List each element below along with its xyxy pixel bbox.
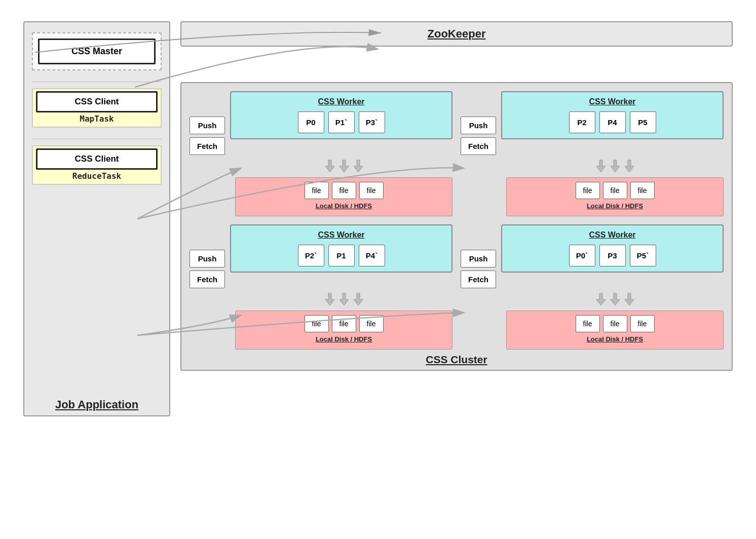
divider-2 xyxy=(32,139,162,139)
worker-section-2: Push Fetch CSS Worker P2` P1 P4` xyxy=(190,224,452,350)
client-reducetask-label: CSS Client xyxy=(75,154,119,164)
file-cell-2-2: file xyxy=(359,315,384,332)
worker-box-0: CSS Worker P0 P1` P3` xyxy=(230,91,452,139)
file-box-row-0: file file file Local Disk / HDFS xyxy=(190,177,452,216)
css-cluster-title: CSS Cluster xyxy=(426,354,487,366)
partition-0-1: P1` xyxy=(328,111,355,133)
file-cells-3: file file file xyxy=(510,315,720,332)
css-master-box: CSS Master xyxy=(38,38,156,64)
push-btn-1: Push xyxy=(461,117,496,134)
partition-3-0: P0` xyxy=(569,245,595,266)
partition-1-0: P2 xyxy=(569,111,595,133)
file-pink-box-0: file file file Local Disk / HDFS xyxy=(235,177,452,216)
file-pink-box-1: file file file Local Disk / HDFS xyxy=(506,177,724,216)
push-fetch-col-1: Push Fetch xyxy=(461,117,496,155)
client-maptask-outer: CSS Client MapTask xyxy=(32,88,162,128)
client-reducetask-outer: CSS Client ReduceTask xyxy=(32,145,162,185)
partition-row-2: P2` P1 P4` xyxy=(236,245,446,266)
push-btn-3: Push xyxy=(461,250,496,267)
client-maptask-label: CSS Client xyxy=(75,97,119,106)
file-cell-2-1: file xyxy=(332,315,356,332)
worker-box-3: CSS Worker P0` P3 P5` xyxy=(501,224,724,273)
fetch-label-1: Fetch xyxy=(468,142,488,150)
master-box-outer: CSS Master xyxy=(32,32,162,70)
client-maptask-inner: CSS Client xyxy=(36,91,158,112)
client-reducetask-inner: CSS Client xyxy=(36,148,158,170)
file-cell-3-0: file xyxy=(576,315,600,332)
job-application-title: Job Application xyxy=(55,398,138,411)
svg-marker-5 xyxy=(596,160,606,172)
svg-marker-3 xyxy=(339,160,349,172)
partition-row-1: P2 P4 P5 xyxy=(507,111,717,133)
left-panel: CSS Master CSS Client MapTask CSS Client… xyxy=(23,21,170,416)
worker-title-3: CSS Worker xyxy=(507,230,717,240)
partition-0-0: P0 xyxy=(298,111,324,133)
file-box-row-2: file file file Local Disk / HDFS xyxy=(190,311,452,350)
file-box-row-1: file file file Local Disk / HDFS xyxy=(461,177,724,216)
file-pink-box-3: file file file Local Disk / HDFS xyxy=(506,311,724,350)
arrows-row xyxy=(180,47,733,82)
worker-row-2: Push Fetch CSS Worker P2` P1 P4` xyxy=(190,224,452,288)
svg-marker-6 xyxy=(611,160,620,172)
right-panel: ZooKeeper xyxy=(180,21,733,371)
partition-2-1: P1 xyxy=(328,245,355,266)
file-cell-0-1: file xyxy=(332,182,356,199)
arrows-down-1 xyxy=(461,159,724,173)
worker-section-3: Push Fetch CSS Worker P0` P3 P5` xyxy=(461,224,724,350)
svg-marker-4 xyxy=(354,160,363,172)
workers-grid: Push Fetch CSS Worker P0 P1` P3` xyxy=(190,91,724,350)
worker-box-2: CSS Worker P2` P1 P4` xyxy=(230,224,452,273)
fetch-label-2: Fetch xyxy=(197,275,217,284)
file-cells-1: file file file xyxy=(510,182,720,199)
partition-row-0: P0 P1` P3` xyxy=(236,111,446,133)
partition-1-2: P5 xyxy=(630,111,656,133)
worker-title-1: CSS Worker xyxy=(507,97,717,106)
worker-section-0: Push Fetch CSS Worker P0 P1` P3` xyxy=(190,91,452,216)
zookeeper-title: ZooKeeper xyxy=(428,27,486,40)
worker-title-0: CSS Worker xyxy=(236,97,446,106)
svg-marker-10 xyxy=(354,293,363,305)
partition-3-1: P3 xyxy=(599,245,626,266)
file-cell-3-2: file xyxy=(630,315,655,332)
push-label-3: Push xyxy=(469,254,488,263)
partition-2-2: P4` xyxy=(359,245,385,266)
file-cell-1-0: file xyxy=(576,182,600,199)
worker-section-1: Push Fetch CSS Worker P2 P4 P5 xyxy=(461,91,724,216)
disk-label-2: Local Disk / HDFS xyxy=(239,335,449,343)
svg-marker-7 xyxy=(625,160,634,172)
zookeeper-bar: ZooKeeper xyxy=(180,21,733,47)
maptask-label: MapTask xyxy=(36,114,158,124)
svg-marker-11 xyxy=(596,293,606,305)
fetch-label-3: Fetch xyxy=(468,275,488,284)
css-cluster: Push Fetch CSS Worker P0 P1` P3` xyxy=(180,82,733,371)
worker-row-0: Push Fetch CSS Worker P0 P1` P3` xyxy=(190,91,452,155)
partition-row-3: P0` P3 P5` xyxy=(507,245,717,266)
file-cells-2: file file file xyxy=(239,315,449,332)
reducetask-label: ReduceTask xyxy=(36,171,158,181)
divider-1 xyxy=(32,82,162,82)
push-label-2: Push xyxy=(198,254,217,263)
file-cells-0: file file file xyxy=(239,182,449,199)
partition-2-0: P2` xyxy=(298,245,324,266)
partition-0-2: P3` xyxy=(359,111,385,133)
arrows-down-3 xyxy=(461,292,724,306)
file-pink-box-2: file file file Local Disk / HDFS xyxy=(235,311,452,350)
push-fetch-col-2: Push Fetch xyxy=(190,250,225,288)
svg-marker-8 xyxy=(325,293,334,305)
worker-row-3: Push Fetch CSS Worker P0` P3 P5` xyxy=(461,224,724,288)
svg-marker-12 xyxy=(611,293,620,305)
file-cell-1-2: file xyxy=(630,182,655,199)
push-btn-2: Push xyxy=(190,250,225,267)
fetch-label-0: Fetch xyxy=(197,142,217,150)
disk-label-1: Local Disk / HDFS xyxy=(510,202,720,210)
arrows-down-2 xyxy=(190,292,452,306)
file-cell-2-0: file xyxy=(305,315,329,332)
worker-title-2: CSS Worker xyxy=(236,230,446,240)
file-box-row-3: file file file Local Disk / HDFS xyxy=(461,311,724,350)
file-cell-0-2: file xyxy=(359,182,384,199)
disk-label-0: Local Disk / HDFS xyxy=(239,202,449,210)
worker-box-1: CSS Worker P2 P4 P5 xyxy=(501,91,724,139)
push-fetch-col-3: Push Fetch xyxy=(461,250,496,288)
svg-marker-9 xyxy=(339,293,349,305)
partition-1-1: P4 xyxy=(599,111,626,133)
